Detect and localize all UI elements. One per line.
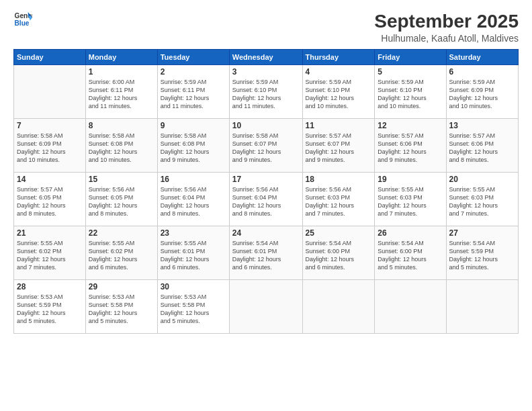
day-info: Sunrise: 5:56 AMSunset: 6:04 PMDaylight:…	[161, 185, 226, 218]
col-saturday: Saturday	[446, 49, 518, 64]
table-row	[446, 279, 518, 333]
col-tuesday: Tuesday	[157, 49, 229, 64]
day-info: Sunrise: 5:58 AMSunset: 6:08 PMDaylight:…	[89, 132, 154, 165]
day-number: 5	[378, 67, 443, 77]
day-number: 2	[161, 67, 226, 77]
main-title: September 2025	[374, 10, 519, 33]
day-info: Sunrise: 5:53 AMSunset: 5:58 PMDaylight:…	[89, 293, 154, 326]
subtitle: Hulhumale, Kaafu Atoll, Maldives	[374, 33, 519, 44]
calendar-header-row: Sunday Monday Tuesday Wednesday Thursday…	[14, 49, 519, 64]
day-info: Sunrise: 5:58 AMSunset: 6:08 PMDaylight:…	[161, 132, 226, 165]
day-info: Sunrise: 5:54 AMSunset: 6:00 PMDaylight:…	[306, 239, 372, 272]
day-number: 1	[89, 67, 154, 77]
logo: General Blue	[13, 10, 32, 29]
day-number: 14	[17, 175, 83, 184]
day-info: Sunrise: 5:59 AMSunset: 6:10 PMDaylight:…	[232, 78, 300, 111]
table-row: 22Sunrise: 5:55 AMSunset: 6:02 PMDayligh…	[85, 226, 157, 279]
day-info: Sunrise: 5:55 AMSunset: 6:03 PMDaylight:…	[378, 185, 443, 218]
day-number: 26	[378, 228, 443, 238]
day-number: 29	[89, 282, 154, 291]
calendar-week-row: 1Sunrise: 6:00 AMSunset: 6:11 PMDaylight…	[14, 64, 519, 118]
table-row: 10Sunrise: 5:58 AMSunset: 6:07 PMDayligh…	[229, 118, 302, 172]
table-row: 19Sunrise: 5:55 AMSunset: 6:03 PMDayligh…	[375, 172, 446, 226]
day-info: Sunrise: 5:59 AMSunset: 6:10 PMDaylight:…	[378, 78, 443, 111]
table-row: 29Sunrise: 5:53 AMSunset: 5:58 PMDayligh…	[85, 279, 157, 333]
col-sunday: Sunday	[14, 49, 86, 64]
day-info: Sunrise: 5:56 AMSunset: 6:03 PMDaylight:…	[306, 185, 372, 218]
table-row: 7Sunrise: 5:58 AMSunset: 6:09 PMDaylight…	[14, 118, 86, 172]
day-info: Sunrise: 5:55 AMSunset: 6:01 PMDaylight:…	[161, 239, 226, 272]
day-info: Sunrise: 5:56 AMSunset: 6:05 PMDaylight:…	[89, 185, 154, 218]
day-number: 11	[306, 121, 372, 130]
table-row	[14, 64, 86, 118]
table-row: 3Sunrise: 5:59 AMSunset: 6:10 PMDaylight…	[229, 64, 302, 118]
day-number: 9	[161, 121, 226, 130]
table-row: 8Sunrise: 5:58 AMSunset: 6:08 PMDaylight…	[85, 118, 157, 172]
col-friday: Friday	[375, 49, 446, 64]
day-info: Sunrise: 5:57 AMSunset: 6:07 PMDaylight:…	[306, 132, 372, 165]
col-monday: Monday	[85, 49, 157, 64]
calendar-week-row: 28Sunrise: 5:53 AMSunset: 5:59 PMDayligh…	[14, 279, 519, 333]
col-wednesday: Wednesday	[229, 49, 302, 64]
day-info: Sunrise: 5:55 AMSunset: 6:03 PMDaylight:…	[449, 185, 515, 218]
table-row: 6Sunrise: 5:59 AMSunset: 6:09 PMDaylight…	[446, 64, 518, 118]
day-number: 17	[232, 175, 300, 184]
day-number: 24	[232, 228, 300, 238]
day-number: 15	[89, 175, 154, 184]
day-info: Sunrise: 5:56 AMSunset: 6:04 PMDaylight:…	[232, 185, 300, 218]
table-row: 2Sunrise: 5:59 AMSunset: 6:11 PMDaylight…	[157, 64, 229, 118]
day-number: 18	[306, 175, 372, 184]
day-info: Sunrise: 5:57 AMSunset: 6:05 PMDaylight:…	[17, 185, 83, 218]
day-number: 19	[378, 175, 443, 184]
table-row: 21Sunrise: 5:55 AMSunset: 6:02 PMDayligh…	[14, 226, 86, 279]
day-info: Sunrise: 5:54 AMSunset: 5:59 PMDaylight:…	[449, 239, 515, 272]
day-number: 21	[17, 228, 83, 238]
day-number: 3	[232, 67, 300, 77]
day-number: 22	[89, 228, 154, 238]
day-number: 12	[378, 121, 443, 130]
table-row: 17Sunrise: 5:56 AMSunset: 6:04 PMDayligh…	[229, 172, 302, 226]
col-thursday: Thursday	[302, 49, 375, 64]
table-row: 24Sunrise: 5:54 AMSunset: 6:01 PMDayligh…	[229, 226, 302, 279]
day-number: 10	[232, 121, 300, 130]
day-info: Sunrise: 5:53 AMSunset: 5:59 PMDaylight:…	[17, 293, 83, 326]
day-number: 13	[449, 121, 515, 130]
day-number: 27	[449, 228, 515, 238]
day-info: Sunrise: 6:00 AMSunset: 6:11 PMDaylight:…	[89, 78, 154, 111]
table-row: 4Sunrise: 5:59 AMSunset: 6:10 PMDaylight…	[302, 64, 375, 118]
table-row: 16Sunrise: 5:56 AMSunset: 6:04 PMDayligh…	[157, 172, 229, 226]
calendar-week-row: 14Sunrise: 5:57 AMSunset: 6:05 PMDayligh…	[14, 172, 519, 226]
day-info: Sunrise: 5:55 AMSunset: 6:02 PMDaylight:…	[89, 239, 154, 272]
table-row: 11Sunrise: 5:57 AMSunset: 6:07 PMDayligh…	[302, 118, 375, 172]
table-row: 26Sunrise: 5:54 AMSunset: 6:00 PMDayligh…	[375, 226, 446, 279]
table-row: 27Sunrise: 5:54 AMSunset: 5:59 PMDayligh…	[446, 226, 518, 279]
day-info: Sunrise: 5:55 AMSunset: 6:02 PMDaylight:…	[17, 239, 83, 272]
calendar-week-row: 21Sunrise: 5:55 AMSunset: 6:02 PMDayligh…	[14, 226, 519, 279]
table-row: 28Sunrise: 5:53 AMSunset: 5:59 PMDayligh…	[14, 279, 86, 333]
day-number: 25	[306, 228, 372, 238]
day-number: 30	[161, 282, 226, 291]
day-number: 23	[161, 228, 226, 238]
day-number: 16	[161, 175, 226, 184]
table-row: 14Sunrise: 5:57 AMSunset: 6:05 PMDayligh…	[14, 172, 86, 226]
table-row: 15Sunrise: 5:56 AMSunset: 6:05 PMDayligh…	[85, 172, 157, 226]
table-row: 18Sunrise: 5:56 AMSunset: 6:03 PMDayligh…	[302, 172, 375, 226]
day-number: 20	[449, 175, 515, 184]
page: General Blue September 2025 Hulhumale, K…	[0, 0, 532, 411]
svg-text:Blue: Blue	[15, 19, 30, 27]
day-number: 4	[306, 67, 372, 77]
title-block: September 2025 Hulhumale, Kaafu Atoll, M…	[374, 10, 519, 44]
table-row: 9Sunrise: 5:58 AMSunset: 6:08 PMDaylight…	[157, 118, 229, 172]
table-row: 5Sunrise: 5:59 AMSunset: 6:10 PMDaylight…	[375, 64, 446, 118]
table-row: 25Sunrise: 5:54 AMSunset: 6:00 PMDayligh…	[302, 226, 375, 279]
table-row: 1Sunrise: 6:00 AMSunset: 6:11 PMDaylight…	[85, 64, 157, 118]
day-info: Sunrise: 5:57 AMSunset: 6:06 PMDaylight:…	[449, 132, 515, 165]
calendar-table: Sunday Monday Tuesday Wednesday Thursday…	[13, 49, 519, 334]
table-row	[229, 279, 302, 333]
day-number: 7	[17, 121, 83, 130]
table-row: 12Sunrise: 5:57 AMSunset: 6:06 PMDayligh…	[375, 118, 446, 172]
day-info: Sunrise: 5:59 AMSunset: 6:11 PMDaylight:…	[161, 78, 226, 111]
table-row	[375, 279, 446, 333]
day-info: Sunrise: 5:54 AMSunset: 6:00 PMDaylight:…	[378, 239, 443, 272]
header: General Blue September 2025 Hulhumale, K…	[13, 10, 519, 44]
